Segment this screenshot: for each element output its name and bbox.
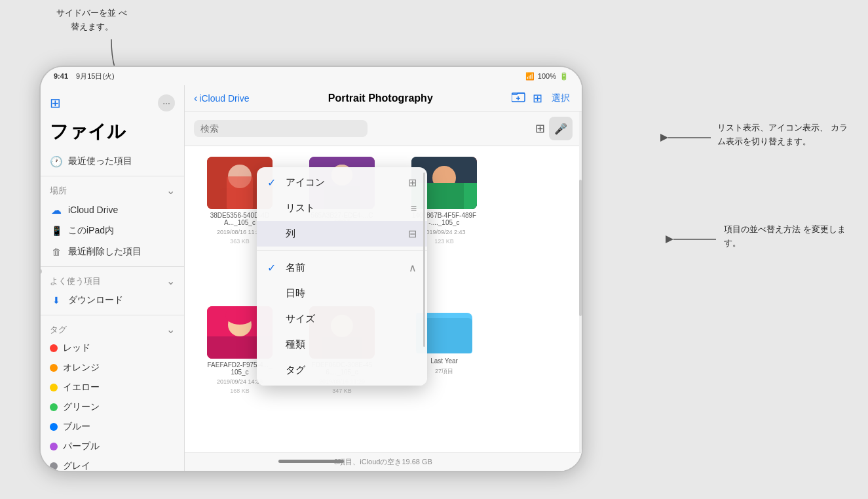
dropdown-item-icon[interactable]: ✓ アイコン ⊞ [257, 170, 427, 195]
grid-icon-btn[interactable]: ⊞ [535, 121, 545, 136]
file-size-3: 123 KB [434, 238, 454, 245]
section-label-favorites: よく使う項目 ⌄ [41, 271, 184, 290]
sidebar: ⊞ ··· ファイル 🕐 最近使った項目 場所 ⌄ ☁ iCloud Drive… [41, 85, 185, 471]
tag-label-green: グリーン [63, 401, 100, 413]
sidebar-item-tag-orange[interactable]: オレンジ [41, 358, 184, 378]
dropdown-item-tag[interactable]: ✓ タグ [257, 357, 427, 383]
tag-dot-gray [50, 462, 58, 470]
dropdown-item-size[interactable]: ✓ サイズ [257, 306, 427, 332]
nav-bar: ‹ iCloud Drive Portrait Photography ⊞ [185, 85, 582, 111]
folder-count-lastyear: 27項目 [435, 367, 453, 376]
new-folder-btn[interactable] [512, 90, 526, 106]
divider-3 [41, 315, 184, 315]
sidebar-item-recent-deleted[interactable]: 🗑 最近削除した項目 [41, 241, 184, 262]
tag-dot-orange [50, 364, 58, 372]
annotation-arrow-2 [665, 131, 717, 144]
tag-dot-red [50, 344, 58, 352]
annotation-sort-method: 項目の並べ替え方法 を変更します。 [724, 223, 848, 250]
sidebar-item-tag-red[interactable]: レッド [41, 338, 184, 358]
status-time: 9:41 [54, 72, 68, 80]
trash-icon: 🗑 [50, 245, 63, 258]
file-date-3: 2019/09/24 2:43 [423, 229, 465, 235]
main-content: ‹ iCloud Drive Portrait Photography ⊞ [185, 85, 582, 471]
main-scrollbar-track [579, 111, 582, 452]
dropdown-arrow-name: ∧ [409, 262, 417, 274]
file-size-1: 363 KB [230, 238, 250, 245]
sidebar-more-btn[interactable]: ··· [158, 94, 175, 111]
divider-1 [41, 176, 184, 176]
recent-deleted-label: 最近削除した項目 [68, 246, 142, 258]
dropdown-check-name: ✓ [267, 262, 280, 274]
dropdown-item-column[interactable]: ✓ 列 ⊟ [257, 221, 427, 247]
dropdown-label-date: 日時 [286, 287, 305, 300]
sidebar-item-downloads[interactable]: ⬇ ダウンロード [41, 290, 184, 311]
dropdown-divider-1 [257, 250, 427, 251]
main-scrollbar-thumb[interactable] [579, 180, 582, 316]
dropdown-check-icon: ✓ [267, 176, 280, 189]
file-date-4: 2019/09/24 14:38 [217, 378, 263, 385]
dropdown-list-icon: ≡ [411, 203, 417, 214]
sidebar-item-tag-green[interactable]: グリーン [41, 397, 184, 417]
dropdown-column-icon: ⊟ [408, 228, 417, 240]
tag-label-yellow: イエロー [63, 382, 100, 393]
sidebar-item-recent[interactable]: 🕐 最近使った項目 [41, 151, 184, 172]
downloads-label: ダウンロード [68, 294, 123, 306]
dropdown-label-name: 名前 [286, 262, 305, 274]
tag-dot-purple [50, 443, 58, 450]
sidebar-item-tag-gray[interactable]: グレイ [41, 456, 184, 471]
tag-label-gray: グレイ [63, 460, 90, 471]
grid-view-btn[interactable]: ⊞ [533, 91, 542, 106]
ipad-icon: 📱 [50, 224, 63, 237]
nav-actions: ⊞ 選択 [512, 90, 573, 106]
dropdown-item-list[interactable]: ✓ リスト ≡ [257, 195, 427, 221]
dropdown-item-name[interactable]: ✓ 名前 ∧ [257, 255, 427, 281]
tag-label-blue: ブルー [63, 421, 90, 433]
tag-label-purple: パープル [63, 441, 100, 452]
dropdown-scrollbar [423, 172, 425, 347]
sidebar-item-tag-yellow[interactable]: イエロー [41, 378, 184, 397]
sidebar-item-tag-purple[interactable]: パープル [41, 437, 184, 456]
dropdown-grid-icon: ⊞ [408, 176, 417, 189]
sidebar-top-icons: ⊞ ··· [41, 92, 184, 117]
dropdown-item-date[interactable]: ✓ 日時 [257, 281, 427, 306]
recent-label: 最近使った項目 [68, 155, 132, 167]
nav-back-button[interactable]: ‹ iCloud Drive [194, 92, 250, 104]
home-indicator[interactable] [278, 460, 344, 463]
section-label-tags: タグ ⌄ [41, 319, 184, 338]
folder-name-lastyear: Last Year [430, 357, 458, 365]
dropdown-menu: ✓ アイコン ⊞ ✓ リスト ≡ [257, 167, 427, 386]
icloud-label: iCloud Drive [68, 205, 118, 215]
ipad-frame: 9:41 9月15日(火) 📶 100% 🔋 ⊞ ··· ファイル 🕐 最近使っ… [39, 66, 583, 472]
microphone-btn[interactable]: 🎤 [549, 117, 573, 140]
file-size-4: 168 KB [230, 388, 250, 394]
select-btn[interactable]: 選択 [549, 91, 573, 106]
ipad-label: このiPad内 [68, 225, 114, 237]
sidebar-toggle-btn[interactable]: ⊞ [50, 95, 61, 111]
dropdown-view-section: ✓ アイコン ⊞ ✓ リスト ≡ [257, 167, 427, 249]
dropdown-label-kind: 種類 [286, 338, 305, 351]
battery-icon: 🔋 [559, 72, 569, 81]
sidebar-item-icloud[interactable]: ☁ iCloud Drive [41, 199, 184, 220]
sidebar-item-ipad[interactable]: 📱 このiPad内 [41, 220, 184, 241]
dropdown-label-size: サイズ [286, 313, 315, 325]
tag-dot-green [50, 403, 58, 411]
search-input[interactable] [194, 120, 368, 137]
recent-icon: 🕐 [50, 155, 63, 168]
svg-point-20 [225, 306, 254, 325]
annotation-view-switch: リスト表示、アイコン表示、 カラム表示を切り替えます。 [717, 121, 848, 149]
search-bar: ⊞ 🎤 [185, 111, 582, 146]
microphone-icon: 🎤 [554, 123, 567, 135]
download-icon: ⬇ [50, 294, 63, 307]
wifi-icon: 📶 [525, 72, 535, 81]
dropdown-label-tag: タグ [286, 364, 305, 376]
status-bar: 9:41 9月15日(火) 📶 100% 🔋 [41, 67, 582, 85]
tag-label-orange: オレンジ [63, 362, 100, 374]
dropdown-item-kind[interactable]: ✓ 種類 [257, 332, 427, 357]
divider-2 [41, 266, 184, 267]
icloud-icon: ☁ [50, 203, 63, 216]
sidebar-item-tag-blue[interactable]: ブルー [41, 417, 184, 437]
dropdown-label-icon: アイコン [286, 176, 325, 189]
app-container: ⊞ ··· ファイル 🕐 最近使った項目 場所 ⌄ ☁ iCloud Drive… [41, 85, 582, 471]
section-label-places: 場所 ⌄ [41, 180, 184, 199]
annotation-arrow-3 [670, 233, 723, 246]
